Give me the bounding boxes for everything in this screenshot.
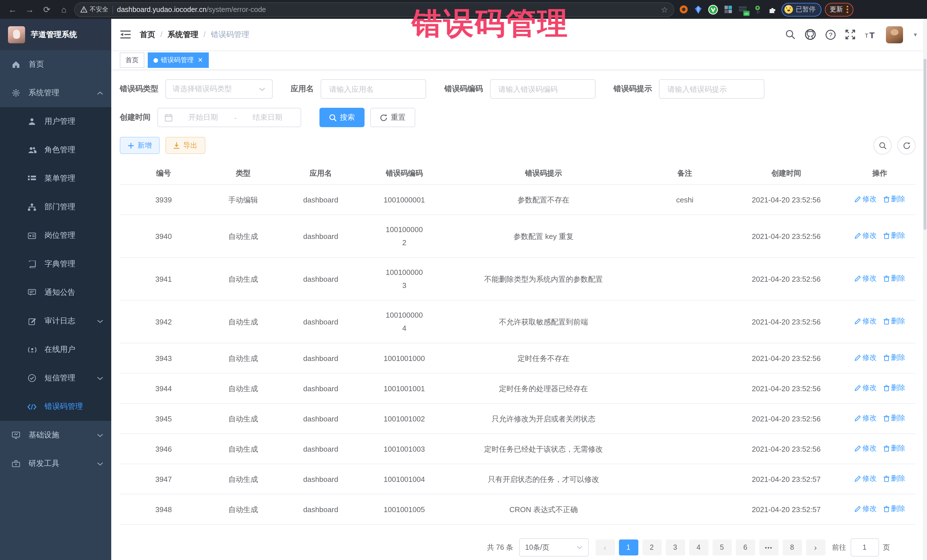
extension-green-circle-icon[interactable]: [707, 4, 719, 15]
delete-link[interactable]: 删除: [883, 315, 905, 328]
delete-link[interactable]: 删除: [883, 272, 905, 285]
address-bar[interactable]: 不安全 dashboard.yudao.iocoder.cn/system/er…: [74, 2, 674, 17]
error-hint-input[interactable]: [666, 84, 757, 94]
extension-key-icon[interactable]: [752, 4, 763, 15]
page-button[interactable]: 8: [783, 539, 802, 555]
sidebar-item-system[interactable]: 系统管理: [0, 79, 111, 107]
cell-type: 自动生成: [207, 215, 279, 258]
extension-squares-icon[interactable]: [722, 4, 734, 15]
extension-gem-icon[interactable]: [693, 4, 704, 15]
page-button[interactable]: 6: [736, 539, 755, 555]
bookmark-star-icon[interactable]: ☆: [661, 5, 668, 14]
reload-icon[interactable]: ⟳: [40, 3, 54, 16]
add-button[interactable]: 新增: [120, 137, 160, 154]
sidebar-item-roles[interactable]: 角色管理: [0, 136, 111, 164]
security-warning[interactable]: 不安全: [81, 5, 108, 14]
extension-orange-icon[interactable]: [678, 4, 689, 15]
goto-page-input[interactable]: [850, 538, 879, 557]
hide-search-icon[interactable]: [873, 136, 892, 155]
delete-link[interactable]: 删除: [883, 381, 905, 395]
tag-home[interactable]: 首页: [120, 52, 144, 68]
avatar-caret-icon[interactable]: ▼: [913, 32, 918, 37]
browser-update-button[interactable]: 更新: [825, 3, 853, 16]
sidebar-item-dictionary[interactable]: 字典管理: [0, 250, 111, 278]
date-range-picker[interactable]: 开始日期 - 结束日期: [158, 108, 301, 127]
edit-link[interactable]: 修改: [854, 315, 877, 328]
prev-page-button[interactable]: ‹: [595, 539, 615, 555]
edit-link[interactable]: 修改: [854, 381, 877, 395]
browser-menu-icon[interactable]: [846, 6, 848, 13]
sidebar-item-menus[interactable]: 菜单管理: [0, 164, 111, 193]
delete-link[interactable]: 删除: [883, 472, 905, 485]
page-button[interactable]: 1: [619, 539, 638, 555]
filter-row-1: 错误码类型 请选择错误码类型 应用名 错误码编码: [120, 79, 916, 99]
sidebar-item-notices[interactable]: 通知公告: [0, 278, 111, 307]
cell-time: 2021-04-20 23:52:56: [728, 434, 844, 464]
breadcrumb-separator: /: [160, 30, 163, 39]
sidebar-item-posts[interactable]: 岗位管理: [0, 221, 111, 250]
error-code-input[interactable]: [497, 84, 588, 94]
sidebar-collapse-icon[interactable]: [120, 30, 131, 39]
next-page-button[interactable]: ›: [806, 539, 825, 555]
sidebar-item-departments[interactable]: 部门管理: [0, 193, 111, 221]
sidebar-item-infrastructure[interactable]: 基础设施: [0, 421, 111, 449]
edit-link[interactable]: 修改: [854, 412, 877, 425]
more-pages-button[interactable]: •••: [759, 539, 778, 555]
page-button[interactable]: 2: [642, 539, 661, 555]
sidebar-item-users[interactable]: 用户管理: [0, 107, 111, 136]
github-icon[interactable]: [805, 29, 816, 40]
url-text[interactable]: dashboard.yudao.iocoder.cn/system/error-…: [117, 5, 657, 14]
goto-page: 前往 页: [832, 538, 890, 557]
delete-link[interactable]: 删除: [883, 351, 905, 364]
sidebar-item-home[interactable]: 首页: [0, 50, 111, 79]
page-scrollbar[interactable]: [923, 19, 927, 560]
delete-link[interactable]: 删除: [883, 229, 905, 242]
refresh-table-icon[interactable]: [897, 136, 916, 155]
font-size-icon[interactable]: TT: [865, 30, 876, 39]
page-button[interactable]: 3: [666, 539, 685, 555]
search-button[interactable]: 搜索: [319, 108, 365, 127]
breadcrumb-system[interactable]: 系统管理: [168, 29, 199, 39]
error-type-select[interactable]: 请选择错误码类型: [165, 79, 272, 99]
page-size-select[interactable]: 10条/页: [519, 538, 588, 557]
extension-paused-badge[interactable]: 已暂停: [781, 3, 821, 16]
edit-link[interactable]: 修改: [854, 351, 877, 364]
edit-link[interactable]: 修改: [854, 472, 877, 485]
menu-list-icon: [27, 175, 36, 182]
breadcrumb-home[interactable]: 首页: [140, 29, 155, 39]
fullscreen-icon[interactable]: [845, 30, 855, 39]
edit-link[interactable]: 修改: [854, 229, 877, 242]
edit-link[interactable]: 修改: [854, 272, 877, 285]
search-icon[interactable]: [786, 30, 795, 39]
tag-close-icon[interactable]: ✕: [198, 56, 203, 64]
extension-puzzle-icon[interactable]: [767, 4, 778, 15]
scrollbar-thumb[interactable]: [924, 59, 926, 230]
forward-icon[interactable]: →: [23, 3, 36, 16]
help-icon[interactable]: ?: [825, 29, 836, 39]
tag-error-code[interactable]: 错误码管理 ✕: [148, 52, 208, 68]
extension-tampermonkey-icon[interactable]: on: [737, 4, 748, 15]
app-name-input[interactable]: [328, 84, 419, 94]
edit-link[interactable]: 修改: [854, 442, 877, 455]
edit-link[interactable]: 修改: [854, 502, 877, 516]
sidebar-item-online-users[interactable]: 在线用户: [0, 335, 111, 364]
back-icon[interactable]: ←: [6, 3, 20, 16]
page-button[interactable]: 5: [712, 539, 732, 555]
sidebar-item-error-code[interactable]: 错误码管理: [0, 392, 111, 421]
delete-link[interactable]: 删除: [883, 193, 905, 206]
delete-link[interactable]: 删除: [883, 442, 905, 455]
edit-link[interactable]: 修改: [854, 193, 877, 206]
home-browser-icon[interactable]: ⌂: [57, 3, 71, 16]
user-avatar[interactable]: [886, 26, 903, 43]
download-icon: [173, 142, 180, 149]
reset-button[interactable]: 重置: [370, 108, 415, 127]
page-button[interactable]: 4: [689, 539, 708, 555]
export-button[interactable]: 导出: [166, 137, 205, 154]
org-tree-icon: [27, 203, 36, 211]
sidebar-item-audit-log[interactable]: 审计日志: [0, 307, 111, 335]
delete-link[interactable]: 删除: [883, 502, 905, 516]
delete-link[interactable]: 删除: [883, 412, 905, 425]
sidebar-item-sms[interactable]: 短信管理: [0, 364, 111, 392]
app-logo[interactable]: 芋道管理系统: [0, 19, 111, 50]
sidebar-item-dev-tools[interactable]: 研发工具: [0, 449, 111, 478]
